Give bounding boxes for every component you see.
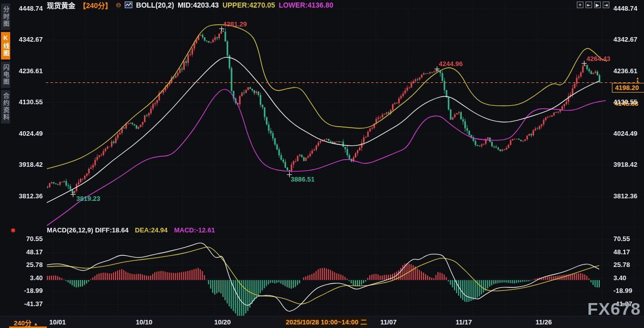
price-axis-label-left: 3918.42: [0, 161, 43, 168]
swing-high-label: 4381.29: [223, 20, 247, 28]
crosshair-icon[interactable]: +: [577, 2, 583, 8]
macd-axis-label-left: 25.78: [0, 261, 43, 269]
sidebar-tab-合约资料[interactable]: 合约资料: [1, 90, 10, 124]
price-axis-label-right: 4342.67: [613, 36, 637, 43]
price-axis-label-right: 4236.61: [613, 67, 637, 75]
macd-axis-label-right: -18.99: [613, 287, 632, 294]
play-chart-icon[interactable]: ▶: [594, 2, 601, 8]
boll-label: BOLL(20,2): [136, 1, 174, 9]
price-axis-label-right: 3812.36: [613, 192, 637, 200]
price-axis-label-right: 4024.49: [613, 130, 637, 137]
chart-header: 现货黄金 【240分】 ⊖ BOLL(20,2) MID:4203.43 UPP…: [47, 1, 333, 9]
price-axis-label-left: 4448.74: [0, 5, 43, 12]
price-axis-label-left: 4130.55: [0, 98, 43, 106]
last-price-tag[interactable]: 4198.20: [612, 83, 644, 93]
price-axis-label-left: 3812.36: [0, 192, 43, 200]
chart-toolbar: +⇤▶⇥: [577, 2, 609, 8]
swing-low-label: 3886.51: [291, 175, 315, 183]
macd-axis-label-right: 48.17: [613, 248, 630, 256]
period-label[interactable]: 【240分】: [79, 0, 112, 10]
chart-canvas[interactable]: [0, 0, 644, 328]
boll-upper-value: UPPER:4270.05: [222, 1, 275, 9]
alert-sun-icon[interactable]: ✱: [11, 227, 15, 234]
macd-diff-value: MACD(26,12,9) DIFF:18.64: [47, 226, 128, 234]
macd-axis-label-left: 48.17: [0, 248, 43, 256]
swing-low-label: 3819.23: [76, 195, 100, 202]
price-axis-label-right: 4130.55: [613, 98, 637, 106]
boll-mid-value: MID:4203.43: [178, 1, 219, 9]
swing-high-label: 4264.43: [586, 55, 610, 63]
date-tick-label: 10/20: [200, 318, 245, 326]
date-tick-label: 10/10: [121, 318, 167, 326]
macd-axis-label-left: -18.99: [0, 287, 43, 294]
date-tick-label: 11/07: [366, 318, 411, 326]
swing-high-label: 4244.96: [439, 60, 463, 68]
macd-axis-label-right: 70.55: [613, 235, 630, 243]
price-axis-label-right: 4448.74: [613, 5, 637, 12]
trading-chart-app: 现货黄金 【240分】 ⊖ BOLL(20,2) MID:4203.43 UPP…: [0, 0, 644, 328]
macd-axis-label-right: 25.78: [613, 261, 630, 269]
macd-axis-label-left: -41.37: [0, 300, 43, 308]
macd-bar-value: MACD:-12.61: [174, 226, 215, 234]
price-alert-arrow-icon[interactable]: ▲▲: [636, 77, 639, 82]
selected-bar-date-badge: 2025/10/28 10:00~14:00 二: [284, 317, 369, 327]
period-selector-label: 240分: [14, 319, 32, 327]
scale-left-icon[interactable]: ⇤: [585, 2, 592, 8]
macd-axis-label-left: 3.40: [0, 274, 43, 282]
sidebar-tab-闪电图[interactable]: 闪电图: [1, 62, 10, 88]
price-axis-label-left: 4236.61: [0, 67, 43, 75]
symbol-name: 现货黄金: [47, 0, 75, 10]
macd-axis-label-left: 70.55: [0, 235, 43, 243]
macd-axis-label-right: 3.40: [613, 274, 626, 282]
price-axis-label-left: 4024.49: [0, 130, 43, 137]
time-axis-bar: 240分▲ 2025/10/28 10:00~14:00 二 10/0110/1…: [0, 316, 644, 328]
pan-right-icon[interactable]: ⇥: [603, 2, 609, 8]
macd-info-bar: MACD(26,12,9) DIFF:18.64 DEA:24.94 MACD:…: [47, 226, 215, 234]
zoom-out-icon[interactable]: ⊖: [116, 1, 121, 9]
date-tick-label: 10/01: [35, 318, 80, 326]
date-tick-label: 11/26: [521, 318, 567, 326]
indicator-chart-icon[interactable]: [125, 2, 132, 8]
price-axis-label-left: 4342.67: [0, 36, 43, 43]
date-tick-label: 11/17: [441, 318, 487, 326]
boll-lower-value: LOWER:4136.80: [278, 1, 333, 9]
macd-dea-value: DEA:24.94: [135, 226, 167, 234]
price-axis-label-right: 3918.42: [613, 161, 637, 168]
